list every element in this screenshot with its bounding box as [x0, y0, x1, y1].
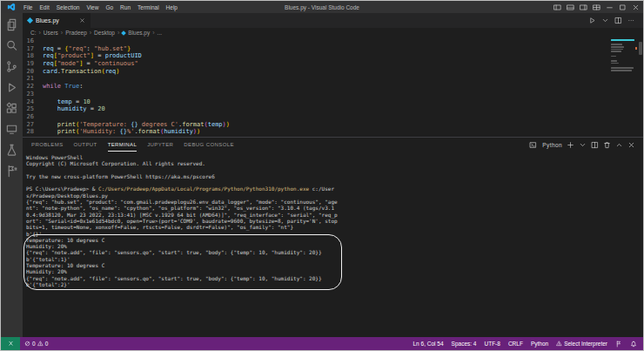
- tab-blues-py[interactable]: Blues.py: [23, 13, 91, 28]
- code-text: humidity = 20: [34, 105, 105, 113]
- problems-status[interactable]: 0 0: [20, 341, 52, 347]
- code-line: 27 print('Temperature: {} degrees C'.for…: [23, 121, 643, 129]
- status-item[interactable]: UTF-8: [484, 341, 500, 347]
- line-number: 16: [23, 37, 34, 45]
- panel-tab-problems[interactable]: PROBLEMS: [31, 138, 64, 152]
- shell-label[interactable]: Python: [542, 142, 562, 148]
- python-file-icon: [121, 30, 126, 36]
- panel-tab-debug-console[interactable]: DEBUG CONSOLE: [184, 138, 234, 152]
- split-editor-icon[interactable]: [591, 141, 599, 149]
- code-line: 17req = {"req": "hub.set"}: [23, 45, 643, 53]
- menu-go[interactable]: Go: [102, 4, 117, 10]
- line-number: 25: [23, 105, 34, 113]
- status-item[interactable]: Ln 6, Col 54: [413, 341, 444, 347]
- code-line: 16: [23, 37, 643, 45]
- terminal[interactable]: Windows PowerShellCopyright (C) Microsof…: [23, 152, 643, 337]
- breadcrumb-item[interactable]: ...: [158, 30, 162, 36]
- code-line: 20card.Transaction(req): [23, 68, 643, 76]
- content-area: Blues.py C:›Users›Pradeep›Desktop›Blues.…: [23, 13, 643, 337]
- bell-icon[interactable]: [630, 341, 637, 348]
- trash-icon[interactable]: [603, 141, 611, 149]
- remote-indicator[interactable]: [1, 337, 20, 350]
- terminal-line: {"req": "note.add", "file": "sensors.qo"…: [26, 275, 339, 281]
- chevron-down-icon[interactable]: [601, 17, 609, 24]
- menu-file[interactable]: File: [20, 4, 36, 10]
- minimap-line: [611, 60, 617, 62]
- menu-selection[interactable]: Selection: [53, 4, 84, 10]
- workbench: Blues.py C:›Users›Pradeep›Desktop›Blues.…: [1, 13, 643, 337]
- minimap-line: [611, 67, 634, 69]
- line-number: 27: [23, 121, 34, 129]
- extensions-icon[interactable]: [5, 102, 18, 115]
- status-item[interactable]: CRLF: [508, 341, 523, 347]
- run-icon[interactable]: [588, 17, 596, 24]
- code-line: 24 temp = 10: [23, 98, 643, 106]
- vscode-logo-icon: [7, 3, 16, 11]
- maximize-icon[interactable]: [619, 3, 627, 11]
- status-right: Ln 6, Col 54Spaces: 4UTF-8CRLFPython Sel…: [413, 341, 644, 348]
- menu-edit[interactable]: Edit: [36, 4, 52, 10]
- code-line: 21: [23, 75, 643, 83]
- remote-explorer-icon[interactable]: [5, 123, 18, 136]
- vscode-window: FileEditSelectionViewGoRunTerminalHelp B…: [0, 0, 644, 351]
- flag-icon[interactable]: [615, 341, 622, 348]
- code-text: [34, 113, 43, 121]
- close-icon[interactable]: [632, 3, 640, 11]
- breadcrumb-separator: ›: [117, 30, 119, 36]
- plus-icon[interactable]: [567, 141, 574, 149]
- code-text: print('Temperature: {} degrees C'.format…: [34, 121, 230, 129]
- terminal-line: {"req": "hub.set", "product": "com.gmail…: [26, 199, 339, 230]
- layout-sidebar-left-icon[interactable]: [553, 3, 561, 11]
- close-icon[interactable]: [627, 141, 635, 149]
- breadcrumb-item[interactable]: C:: [30, 30, 37, 36]
- minimize-icon[interactable]: [606, 3, 614, 11]
- breadcrumb-item[interactable]: Pradeep: [65, 30, 87, 36]
- status-item[interactable]: Python: [531, 341, 548, 347]
- status-item[interactable]: Spaces: 4: [452, 341, 477, 347]
- explorer-icon[interactable]: [5, 18, 18, 31]
- menu-view[interactable]: View: [83, 4, 102, 10]
- chevron-up-icon[interactable]: [615, 141, 623, 149]
- error-icon: [24, 341, 30, 347]
- minimap[interactable]: [611, 39, 634, 72]
- layout-grid-icon[interactable]: [593, 3, 600, 11]
- menu-terminal[interactable]: Terminal: [134, 4, 163, 10]
- bottom-panel: PROBLEMSOUTPUTTERMINALJUPYTERDEBUG CONSO…: [23, 137, 643, 337]
- split-editor-icon[interactable]: [614, 17, 622, 24]
- menu-help[interactable]: Help: [163, 4, 181, 10]
- terminal-line: Humidity: 20%: [26, 243, 339, 249]
- line-number: 21: [23, 75, 34, 83]
- terminal-icon[interactable]: [529, 141, 537, 149]
- terminal-line: Humidity: 20%: [26, 268, 339, 274]
- search-icon[interactable]: [5, 39, 18, 52]
- layout-sidebar-right-icon[interactable]: [580, 3, 587, 11]
- breadcrumb-item[interactable]: Desktop: [94, 30, 115, 36]
- breadcrumb-item[interactable]: Users: [44, 30, 58, 36]
- panel-tab-jupyter[interactable]: JUPYTER: [147, 138, 173, 152]
- source-control-icon[interactable]: [5, 60, 18, 73]
- error-count: 0: [32, 341, 36, 347]
- line-number: 23: [23, 91, 34, 98]
- tab-close-icon[interactable]: [79, 17, 85, 24]
- panel-tab-output[interactable]: OUTPUT: [74, 138, 97, 152]
- window-controls: [553, 3, 640, 11]
- chevron-down-icon[interactable]: [579, 141, 587, 149]
- menu-run[interactable]: Run: [117, 4, 134, 10]
- code-editor[interactable]: 1617req = {"req": "hub.set"}18req["produ…: [23, 37, 643, 137]
- terminal-line: {"req": "note.add", "file": "sensors.qo"…: [26, 249, 339, 255]
- breadcrumb-item[interactable]: Blues.py: [128, 30, 150, 36]
- status-items: Ln 6, Col 54Spaces: 4UTF-8CRLFPython: [413, 341, 549, 347]
- line-number: 24: [23, 98, 34, 106]
- line-number: 19: [23, 60, 34, 68]
- ellipsis-icon[interactable]: [627, 17, 635, 24]
- flags-icon[interactable]: [5, 165, 18, 178]
- code-line: 25 humidity = 20: [23, 105, 643, 113]
- code-text: while True:: [34, 83, 83, 91]
- test-icon[interactable]: [5, 144, 18, 157]
- run-debug-icon[interactable]: [5, 81, 18, 94]
- editor-scrollbar[interactable]: [639, 42, 642, 55]
- select-interpreter[interactable]: Select Interpreter: [556, 341, 607, 347]
- layout-panel-icon[interactable]: [567, 3, 574, 11]
- panel-tab-terminal[interactable]: TERMINAL: [108, 138, 138, 152]
- select-interpreter-label: Select Interpreter: [564, 341, 607, 347]
